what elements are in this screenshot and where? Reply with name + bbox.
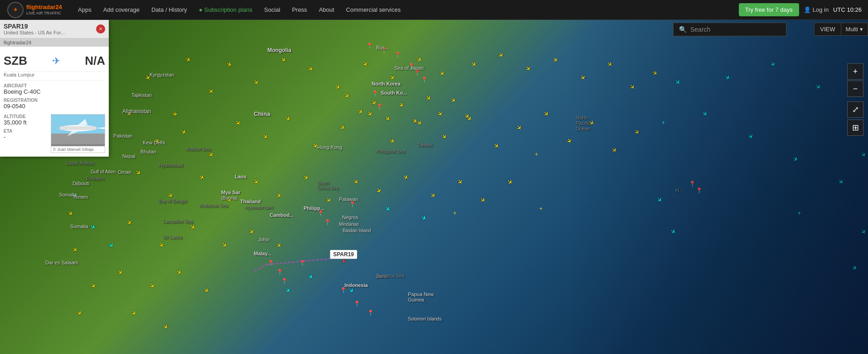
aircraft-icon[interactable]: ✈: [161, 322, 170, 331]
aircraft-icon-cyan[interactable]: ✈: [284, 286, 293, 295]
nav-about[interactable]: About: [313, 0, 339, 20]
nav-social[interactable]: Social: [259, 0, 286, 20]
aircraft-icon[interactable]: ✈: [606, 60, 614, 69]
aircraft-plus[interactable]: +: [535, 151, 538, 158]
aircraft-icon[interactable]: ✈: [198, 173, 206, 182]
aircraft-icon-cyan[interactable]: ✈: [107, 241, 116, 249]
aircraft-icon[interactable]: ✈: [66, 209, 75, 218]
aircraft-icon[interactable]: ✈: [497, 51, 506, 59]
nav-press[interactable]: Press: [286, 0, 312, 20]
aircraft-icon-cyan[interactable]: ✈: [701, 110, 710, 119]
zoom-out-button[interactable]: −: [847, 81, 863, 97]
aircraft-icon[interactable]: ✈: [171, 111, 179, 117]
aircraft-icon[interactable]: ✈: [374, 187, 383, 195]
aircraft-icon[interactable]: ✈: [76, 309, 84, 318]
aircraft-icon[interactable]: ✈: [184, 55, 193, 64]
aircraft-icon-cyan[interactable]: ✈: [859, 150, 868, 159]
nav-subscription[interactable]: ●Subscription plans: [194, 0, 258, 20]
nav-commercial[interactable]: Commercial services: [340, 0, 406, 20]
aircraft-icon-cyan[interactable]: ✈: [674, 78, 683, 87]
multi-button[interactable]: Multi ▾: [841, 23, 868, 35]
aircraft-icon[interactable]: ✈: [116, 268, 125, 277]
aircraft-icon[interactable]: ✈: [252, 177, 261, 186]
aircraft-icon-cyan[interactable]: ✈: [850, 263, 859, 273]
close-panel-button[interactable]: ×: [96, 24, 105, 33]
aircraft-plus-cyan[interactable]: +: [662, 120, 665, 126]
aircraft-plus-cyan[interactable]: +: [798, 210, 801, 216]
aircraft-icon[interactable]: ✈: [334, 82, 342, 91]
aircraft-icon[interactable]: ✈: [628, 82, 637, 91]
nav-data-history[interactable]: Data / History: [146, 0, 193, 20]
aircraft-icon-cyan[interactable]: ✈: [769, 60, 778, 68]
aircraft-icon[interactable]: ✈: [175, 268, 184, 277]
aircraft-icon[interactable]: ✈: [438, 69, 447, 77]
aircraft-icon[interactable]: ✈: [89, 282, 98, 290]
aircraft-icon[interactable]: ✈: [247, 227, 257, 236]
aircraft-icon[interactable]: ✈: [456, 177, 465, 186]
aircraft-icon-cyan[interactable]: ✈: [746, 133, 755, 141]
aircraft-icon[interactable]: ✈: [252, 78, 261, 86]
aircraft-icon-cyan[interactable]: ✈: [655, 196, 664, 205]
try-free-button[interactable]: Try free for 7 days: [739, 3, 799, 16]
aircraft-icon-cyan[interactable]: ✈: [814, 82, 823, 91]
aircraft-icon[interactable]: ✈: [207, 150, 216, 159]
nav-add-coverage[interactable]: Add coverage: [98, 0, 145, 20]
aircraft-icon[interactable]: ✈: [524, 64, 533, 73]
fullscreen-button[interactable]: ⤢: [847, 101, 863, 118]
aircraft-icon-cyan[interactable]: ✈: [859, 227, 868, 236]
aircraft-icon[interactable]: ✈: [361, 60, 370, 68]
aircraft-icon[interactable]: ✈: [71, 245, 80, 254]
aircraft-icon[interactable]: ✈: [542, 110, 551, 119]
aircraft-icon[interactable]: ✈: [551, 55, 560, 64]
aircraft-icon[interactable]: ✈: [279, 55, 288, 64]
aircraft-icon[interactable]: ✈: [492, 141, 501, 150]
aircraft-icon[interactable]: ✈: [402, 173, 410, 182]
aircraft-icon[interactable]: ✈: [180, 128, 188, 137]
aircraft-icon[interactable]: ✈: [284, 114, 292, 123]
aircraft-icon[interactable]: ✈: [343, 91, 352, 100]
aircraft-icon[interactable]: ✈: [338, 123, 347, 132]
spar19-map-label[interactable]: SPAR19: [330, 250, 357, 259]
aircraft-plus[interactable]: +: [453, 210, 456, 216]
aircraft-icon[interactable]: ✈: [275, 191, 283, 200]
aircraft-icon[interactable]: ✈: [633, 128, 642, 136]
aircraft-icon[interactable]: ✈: [220, 241, 229, 250]
aircraft-icon[interactable]: ✈: [388, 137, 397, 146]
aircraft-icon-cyan[interactable]: ✈: [89, 223, 97, 232]
aircraft-icon[interactable]: ✈: [416, 55, 424, 64]
aircraft-icon[interactable]: ✈: [450, 96, 458, 105]
aircraft-icon[interactable]: ✈: [130, 309, 139, 317]
aircraft-icon-cyan[interactable]: ✈: [420, 214, 428, 223]
aircraft-icon[interactable]: ✈: [515, 123, 524, 132]
aircraft-icon[interactable]: ✈: [578, 74, 587, 82]
layers-button[interactable]: ⊞: [847, 120, 863, 136]
login-button[interactable]: 👤 Log in: [804, 6, 829, 13]
aircraft-icon-cyan[interactable]: ✈: [792, 155, 800, 164]
aircraft-icon[interactable]: ✈: [325, 196, 334, 204]
nav-apps[interactable]: Apps: [73, 0, 97, 20]
view-button[interactable]: VIEW: [815, 23, 841, 35]
aircraft-icon[interactable]: ✈: [148, 282, 157, 290]
aircraft-icon[interactable]: ✈: [610, 146, 619, 155]
aircraft-icon[interactable]: ✈: [470, 60, 478, 69]
aircraft-icon[interactable]: ✈: [357, 107, 365, 116]
aircraft-icon[interactable]: ✈: [383, 114, 392, 123]
map[interactable]: ✈ ✈ ✈ ✈ ✈ ✈ ✈ ✈ ✈ ✈ ✈ ✈ ✈ ✈ ✈ ✈ ✈ ✈ ✈ ✈ …: [0, 20, 868, 354]
aircraft-icon[interactable]: ✈: [189, 223, 197, 232]
aircraft-icon[interactable]: ✈: [275, 241, 283, 250]
aircraft-icon-cyan[interactable]: ✈: [669, 227, 678, 236]
aircraft-icon[interactable]: ✈: [352, 177, 361, 187]
aircraft-icon[interactable]: ✈: [202, 286, 211, 295]
aircraft-icon[interactable]: ✈: [440, 132, 449, 141]
aircraft-icon[interactable]: ✈: [226, 60, 233, 68]
aircraft-icon[interactable]: ✈: [479, 196, 487, 205]
aircraft-icon[interactable]: ✈: [302, 173, 310, 182]
aircraft-icon[interactable]: ✈: [651, 69, 659, 78]
aircraft-icon-cyan[interactable]: ✈: [383, 205, 393, 214]
aircraft-icon[interactable]: ✈: [436, 110, 445, 118]
zoom-in-button[interactable]: +: [847, 63, 863, 80]
aircraft-icon-cyan[interactable]: ✈: [724, 73, 732, 82]
aircraft-icon[interactable]: ✈: [261, 132, 270, 141]
aircraft-icon[interactable]: ✈: [429, 191, 438, 200]
aircraft-icon-cyan[interactable]: ✈: [307, 273, 315, 282]
